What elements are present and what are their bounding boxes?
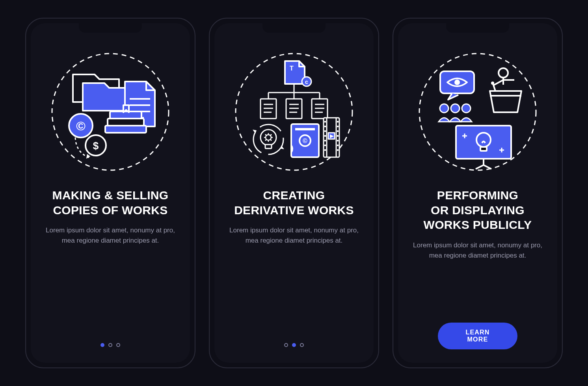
svg-text:$: $ [93,140,99,152]
svg-rect-6 [108,119,144,126]
onboarding-title: Creating Derivative Works [234,188,354,217]
phone-notch [79,23,142,33]
svg-text:c: c [305,79,308,85]
svg-rect-55 [324,130,326,132]
svg-line-80 [484,165,491,169]
svg-rect-64 [337,140,339,141]
svg-rect-35 [265,145,272,148]
svg-text:©: © [303,137,307,144]
svg-text:T: T [290,65,294,72]
svg-rect-56 [324,135,326,137]
svg-point-69 [454,80,460,85]
svg-text:©: © [76,119,86,133]
onboarding-triptych: © $ Making & Selling Copies Of Works Lor… [0,0,588,386]
dot-2[interactable] [108,343,112,347]
svg-point-74 [440,104,448,113]
phone-notch [262,23,326,33]
onboarding-body: Lorem ipsum dolor sit amet, nonumy at pr… [227,225,361,246]
pagination-dots [284,343,304,347]
pagination-dots [100,343,120,347]
svg-rect-54 [324,126,326,127]
svg-point-75 [451,104,460,113]
dot-1[interactable] [284,343,288,347]
svg-point-34 [261,130,276,145]
svg-rect-62 [337,130,339,132]
svg-rect-82 [480,147,487,151]
dot-3[interactable] [300,343,304,347]
svg-point-70 [499,68,508,78]
svg-rect-59 [324,149,326,151]
dot-1[interactable] [100,343,104,347]
svg-rect-57 [324,140,326,141]
onboarding-title: Making & Selling Copies Of Works [52,188,169,217]
svg-rect-61 [337,126,339,127]
phone-notch [446,23,509,33]
derivative-tree-icon: T c [229,47,359,177]
svg-line-79 [476,165,484,169]
svg-rect-66 [337,149,339,151]
phone-mockup-3: Performing Or Displaying Works Publicly … [393,18,563,368]
svg-rect-60 [337,121,339,122]
onboarding-body: Lorem ipsum dolor sit amet, nonumy at pr… [411,240,545,261]
public-display-icon [413,47,543,177]
svg-rect-63 [337,135,339,137]
folders-books-icon: © $ [45,47,175,177]
onboarding-body: Lorem ipsum dolor sit amet, nonumy at pr… [43,225,177,246]
phone-mockup-1: © $ Making & Selling Copies Of Works Lor… [25,18,195,368]
svg-point-76 [462,104,471,113]
dot-2[interactable] [292,343,296,347]
onboarding-screen-1: © $ Making & Selling Copies Of Works Lor… [31,23,190,363]
onboarding-title: Performing Or Displaying Works Publicly [424,188,532,232]
svg-rect-58 [324,145,326,146]
svg-rect-48 [295,128,315,130]
svg-rect-7 [110,111,141,119]
svg-rect-53 [324,121,326,122]
onboarding-screen-3: Performing Or Displaying Works Publicly … [398,23,557,363]
svg-rect-5 [105,126,146,133]
phone-mockup-2: T c [209,18,379,368]
svg-point-73 [491,82,494,85]
onboarding-screen-2: T c [214,23,374,363]
svg-rect-65 [337,145,339,146]
dot-3[interactable] [116,343,120,347]
learn-more-button[interactable]: LEARN MORE [438,323,517,349]
